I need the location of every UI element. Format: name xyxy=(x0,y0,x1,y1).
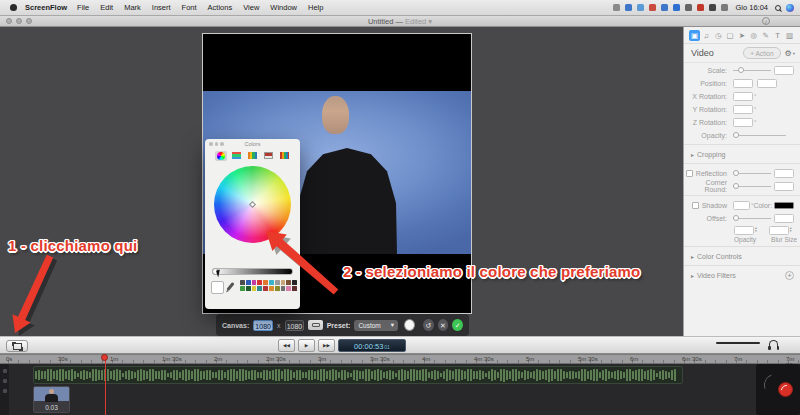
color-controls-section[interactable]: ▸ Color Controls xyxy=(684,250,800,262)
menu-item[interactable]: Font xyxy=(182,3,197,12)
canvas-cancel-button[interactable]: ✕ xyxy=(438,319,449,331)
color-swatch[interactable] xyxy=(252,286,257,291)
crayons-tab[interactable] xyxy=(279,151,291,161)
playhead-handle[interactable] xyxy=(101,354,108,361)
offset-slider[interactable] xyxy=(733,214,771,222)
color-swatch[interactable] xyxy=(246,280,251,285)
color-swatch[interactable] xyxy=(252,280,257,285)
color-swatch[interactable] xyxy=(269,280,274,285)
menubar-status-icon[interactable] xyxy=(625,4,632,11)
color-swatch[interactable] xyxy=(286,286,291,291)
color-wheel-selector[interactable] xyxy=(249,201,256,208)
brightness-slider[interactable] xyxy=(212,268,293,275)
color-swatch[interactable] xyxy=(263,286,268,291)
corner-round-slider[interactable] xyxy=(733,182,771,190)
scale-field[interactable] xyxy=(774,66,794,75)
preset-dropdown[interactable]: Custom ▾ xyxy=(354,320,398,331)
siri-icon[interactable] xyxy=(786,4,794,12)
color-swatch[interactable] xyxy=(240,280,245,285)
color-swatch[interactable] xyxy=(246,286,251,291)
shadow-checkbox[interactable] xyxy=(692,202,699,209)
tab-audio-properties[interactable]: ♫ xyxy=(701,30,712,41)
menubar-status-icon[interactable] xyxy=(649,4,656,11)
timeline-zoom-slider[interactable] xyxy=(716,342,760,346)
color-palette-tab[interactable] xyxy=(247,151,259,161)
tab-callout[interactable]: ➤ xyxy=(737,30,748,41)
tab-media-library[interactable]: ▥ xyxy=(784,30,795,41)
apple-logo-icon[interactable] xyxy=(10,4,17,11)
play-button[interactable]: ▶ xyxy=(298,339,315,352)
scale-slider[interactable] xyxy=(733,66,771,74)
color-swatch[interactable] xyxy=(292,280,297,285)
reflection-field[interactable] xyxy=(774,169,794,178)
z-rotation-field[interactable] xyxy=(733,118,753,127)
menubar-status-icon[interactable] xyxy=(721,4,728,11)
canvas-confirm-button[interactable]: ✓ xyxy=(452,319,463,331)
tab-touch-callout[interactable]: ◎ xyxy=(748,30,759,41)
canvas-crop-button[interactable] xyxy=(6,340,28,352)
canvas-reset-button[interactable]: ↺ xyxy=(423,319,434,331)
track-lock-icon[interactable] xyxy=(3,389,7,393)
menubar-clock[interactable]: Gio 16:04 xyxy=(735,3,768,12)
color-swatch[interactable] xyxy=(240,286,245,291)
menu-item[interactable]: Insert xyxy=(152,3,171,12)
menubar-status-icon[interactable] xyxy=(697,4,704,11)
video-filters-section[interactable]: ▸ Video Filters + xyxy=(684,269,800,281)
color-wheel-tab[interactable] xyxy=(215,151,227,161)
audio-waveform-clip[interactable] xyxy=(33,366,683,384)
tab-annotations[interactable]: ✎ xyxy=(760,30,771,41)
headphones-icon[interactable] xyxy=(768,339,779,350)
offset-field[interactable] xyxy=(774,214,794,223)
shadow-opacity-field[interactable] xyxy=(734,226,754,235)
reflection-checkbox[interactable] xyxy=(686,170,693,177)
title-caret-icon[interactable]: ▾ xyxy=(428,17,432,26)
color-swatch[interactable] xyxy=(275,286,280,291)
canvas-height-field[interactable]: 1080 xyxy=(285,320,305,331)
color-sliders-tab[interactable] xyxy=(231,151,243,161)
color-wheel[interactable] xyxy=(214,166,291,243)
video-clip[interactable]: 0.03 xyxy=(33,386,70,413)
canvas-size-lock-button[interactable] xyxy=(308,320,322,330)
menu-item[interactable]: Window xyxy=(270,3,297,12)
menubar-status-icon[interactable] xyxy=(709,4,716,11)
menu-item[interactable]: File xyxy=(77,3,89,12)
image-palette-tab[interactable] xyxy=(263,151,275,161)
track-audio-icon[interactable] xyxy=(3,379,7,383)
menubar-status-icon[interactable] xyxy=(673,4,680,11)
color-swatch[interactable] xyxy=(286,280,291,285)
colors-zoom-button[interactable] xyxy=(220,142,224,146)
position-y-field[interactable] xyxy=(757,79,777,88)
color-swatch[interactable] xyxy=(292,286,297,291)
corner-round-field[interactable] xyxy=(774,182,794,191)
canvas-color-well[interactable] xyxy=(404,319,415,331)
color-swatch[interactable] xyxy=(281,286,286,291)
shadow-angle-field[interactable] xyxy=(733,201,750,210)
color-swatch[interactable] xyxy=(257,280,262,285)
current-color-swatch[interactable] xyxy=(211,281,224,294)
opacity-slider[interactable] xyxy=(733,131,786,139)
tab-text[interactable]: T xyxy=(772,30,783,41)
playhead-line[interactable] xyxy=(105,355,106,415)
track-video-icon[interactable] xyxy=(3,369,7,373)
colors-close-button[interactable] xyxy=(209,142,213,146)
add-filter-button[interactable]: + xyxy=(785,271,794,280)
shadow-color-swatch[interactable] xyxy=(774,202,794,209)
menu-item[interactable]: Actions xyxy=(208,3,233,12)
forward-button[interactable]: ▶▶ xyxy=(318,339,335,352)
menu-item[interactable]: Mark xyxy=(124,3,141,12)
canvas-width-field[interactable]: 1080 xyxy=(253,320,273,331)
colors-minimize-button[interactable] xyxy=(215,142,219,146)
position-x-field[interactable] xyxy=(733,79,753,88)
menubar-status-icon[interactable] xyxy=(637,4,644,11)
y-rotation-field[interactable] xyxy=(733,105,753,114)
x-rotation-field[interactable] xyxy=(733,92,753,101)
reflection-slider[interactable] xyxy=(733,169,771,177)
color-swatch[interactable] xyxy=(263,280,268,285)
spotlight-search-icon[interactable] xyxy=(775,5,781,11)
timeline-ruler[interactable]: 0s30s1m1m 30s2m2m 30s3m3m 30s4m4m 30s5m5… xyxy=(0,354,800,364)
info-icon[interactable]: i xyxy=(762,17,770,25)
menu-item[interactable]: Edit xyxy=(100,3,113,12)
tab-video-motion[interactable]: ◷ xyxy=(713,30,724,41)
gear-menu-button[interactable]: ⚙ ▾ xyxy=(785,49,795,58)
eyedropper-icon[interactable] xyxy=(226,282,234,291)
